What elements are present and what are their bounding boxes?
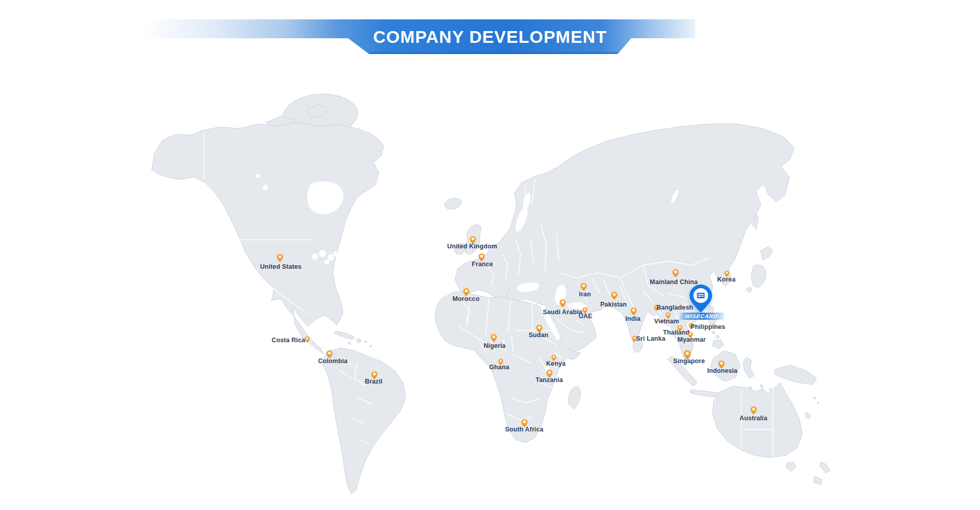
company-development-page: COMPANY DEVELOPMENT United StatesCosta R… [0,0,980,510]
pin-label: Philippines [691,323,725,330]
pin-label: Tanzania [535,376,562,384]
pin-label: Morocco [453,295,480,302]
pin-label: Kenya [546,360,566,367]
pin-label: Bangladesh [656,304,693,311]
location-pin-icon [277,253,283,262]
pin-label: France [472,261,493,268]
pin-label: Korea [717,276,736,283]
pin-label: India [625,315,641,322]
pin-label: Myanmar [677,336,706,343]
pin-label: United States [260,263,301,270]
location-pin-icon [559,299,566,308]
location-pin-icon [630,307,637,316]
pin-label: Pakistan [600,301,627,308]
location-pin-icon [305,336,310,343]
pin-label: Iran [579,291,591,298]
pin-label: Singapore [673,358,705,365]
wisecard-logo-icon [697,293,705,298]
pin-label: Colombia [318,358,348,365]
pin-label: Sri Lanka [636,335,665,342]
location-pin-icon [580,283,587,291]
pin-label: Saudi Arabia [543,309,582,316]
pin-label: Sudan [529,332,549,339]
pin-label: United Kingdom [447,243,497,250]
location-pin-icon [611,291,618,300]
pin-label: South Africa [505,426,543,433]
location-pin-icon [672,269,679,277]
location-pin-icon [491,334,497,342]
pin-label: Indonesia [707,367,737,374]
pin-label: Vietnam [654,318,679,325]
pin-label: Australia [740,415,767,422]
pin-label: Brazil [365,378,383,385]
pin-label: Thailand [663,329,690,336]
page-title: COMPANY DEVELOPMENT [0,27,980,47]
location-pin-icon [750,406,757,415]
headquarters-label: WISECARD [678,313,724,320]
pin-label: Costa Rica [272,337,305,344]
map-pins-layer: United StatesCosta RicaColombiaBrazilUni… [0,0,980,510]
wisecard-pin-icon [689,284,713,313]
pin-label: UAE [579,313,593,320]
pin-label: Ghana [489,364,509,371]
pin-label: Nigeria [483,342,505,349]
